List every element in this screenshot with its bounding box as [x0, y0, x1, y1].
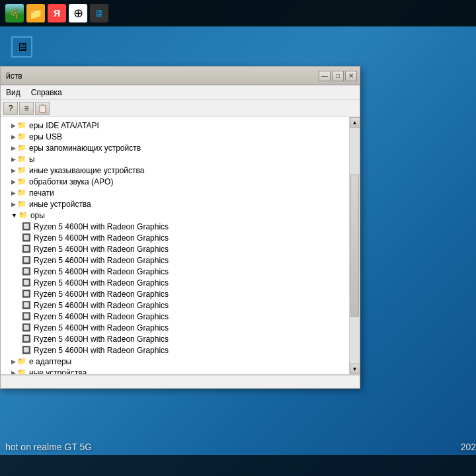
list-item[interactable]: 🔲 Ryzen 5 4600H with Radeon Graphics	[1, 243, 349, 255]
list-item[interactable]: ▶ 📁 ные устройства	[1, 367, 349, 374]
scrollbar-thumb[interactable]	[350, 175, 359, 316]
list-item[interactable]: ▶ 📁 ы	[1, 153, 349, 165]
window-title: йств	[6, 71, 22, 81]
window-content: ▶ 📁 еры IDE ATA/ATAPI ▶ 📁 еры USB ▶ 📁 ер…	[1, 117, 360, 375]
menu-view[interactable]: Вид	[3, 87, 23, 99]
list-item[interactable]: 🔲 Ryzen 5 4600H with Radeon Graphics	[1, 232, 349, 243]
taskbar-icon-chrome[interactable]: ⊕	[69, 4, 87, 22]
list-item[interactable]: ▶ 📁 е адаптеры	[1, 356, 349, 367]
list-item[interactable]: 🔲 Ryzen 5 4600H with Radeon Graphics	[1, 333, 349, 344]
window-toolbar: ? ≡ 📋	[1, 100, 360, 117]
list-item-processors[interactable]: ▼ 📁 оры	[1, 210, 349, 221]
list-item[interactable]: ▶ 📁 обработки звука (APO)	[1, 176, 349, 187]
list-item[interactable]: 🔲 Ryzen 5 4600H with Radeon Graphics	[1, 322, 349, 333]
list-item[interactable]: ▶ 📁 иные указывающие устройства	[1, 165, 349, 176]
list-item[interactable]: 🔲 Ryzen 5 4600H with Radeon Graphics	[1, 266, 349, 277]
scrollbar-vertical[interactable]: ▲ ▼	[349, 117, 360, 374]
maximize-button[interactable]: □	[332, 71, 344, 81]
watermark-right: 202	[461, 442, 476, 452]
toolbar-btn-help[interactable]: ?	[3, 102, 18, 115]
minimize-button[interactable]: —	[319, 71, 331, 81]
taskbar-icon-folder[interactable]: 📁	[26, 4, 45, 22]
scrollbar-arrow-down[interactable]: ▼	[350, 364, 360, 374]
window-controls: — □ ✕	[319, 71, 357, 81]
window-titlebar: йств — □ ✕	[1, 67, 360, 85]
scrollbar-arrow-up[interactable]: ▲	[350, 117, 360, 128]
window-menubar: Вид Справка	[1, 85, 360, 100]
device-manager-window: йств — □ ✕ Вид Справка ? ≡ 📋 ▶	[0, 66, 360, 389]
desktop-icon-computer[interactable]: 🖥	[5, 36, 38, 59]
list-item[interactable]: 🔲 Ryzen 5 4600H with Radeon Graphics	[1, 255, 349, 266]
window-statusbar	[1, 375, 360, 388]
list-item[interactable]: ▶ 📁 еры запоминающих устройств	[1, 142, 349, 153]
list-item[interactable]: 🔲 Ryzen 5 4600H with Radeon Graphics	[1, 311, 349, 322]
taskbar-icon-yandex[interactable]: Я	[48, 4, 66, 22]
list-item[interactable]: 🔲 Ryzen 5 4600H with Radeon Graphics	[1, 344, 349, 356]
list-item[interactable]: ▶ 📁 печати	[1, 187, 349, 198]
taskbar-icon-monitor[interactable]: 🖥	[90, 4, 108, 22]
toolbar-btn-list[interactable]: ≡	[19, 102, 34, 115]
toolbar-btn-props[interactable]: 📋	[35, 102, 50, 115]
list-item[interactable]: ▶ 📁 еры USB	[1, 131, 349, 142]
taskbar-icon-landscape[interactable]: 🌴	[5, 4, 24, 22]
tree-area[interactable]: ▶ 📁 еры IDE ATA/ATAPI ▶ 📁 еры USB ▶ 📁 ер…	[1, 117, 349, 374]
list-item[interactable]: ▶ 📁 еры IDE ATA/ATAPI	[1, 120, 349, 131]
taskbar-top: 🌴 📁 Я ⊕ 🖥	[0, 0, 476, 26]
list-item[interactable]: ▶ 📁 иные устройства	[1, 198, 349, 210]
scrollbar-track[interactable]	[350, 128, 360, 364]
list-item[interactable]: 🔲 Ryzen 5 4600H with Radeon Graphics	[1, 221, 349, 232]
desktop: 🌴 📁 Я ⊕ 🖥 🖥 йств — □ ✕ Вид Справка ? ≡	[0, 0, 476, 476]
desktop-icon-img: 🖥	[11, 36, 32, 58]
menu-help[interactable]: Справка	[28, 87, 65, 99]
taskbar-bottom	[0, 455, 476, 476]
list-item[interactable]: 🔲 Ryzen 5 4600H with Radeon Graphics	[1, 299, 349, 311]
close-button[interactable]: ✕	[345, 71, 357, 81]
list-item[interactable]: 🔲 Ryzen 5 4600H with Radeon Graphics	[1, 288, 349, 299]
watermark-left: hot on realme GT 5G	[5, 442, 92, 452]
list-item[interactable]: 🔲 Ryzen 5 4600H with Radeon Graphics	[1, 277, 349, 288]
